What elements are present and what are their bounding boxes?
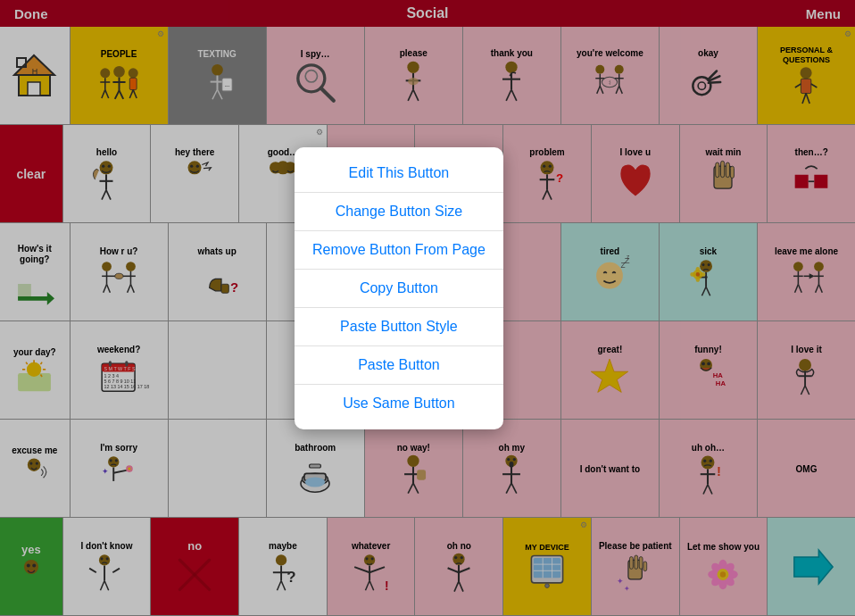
context-menu-item[interactable]: Edit This Button	[295, 154, 503, 193]
context-menu-item[interactable]: Use Same Button	[295, 385, 503, 422]
context-menu-item[interactable]: Paste Button	[295, 346, 503, 385]
context-menu: Edit This ButtonChange Button SizeRemove…	[295, 147, 503, 429]
context-menu-item[interactable]: Remove Button From Page	[295, 231, 503, 270]
context-menu-item[interactable]: Change Button Size	[295, 193, 503, 231]
context-menu-item[interactable]: Paste Button Style	[295, 308, 503, 346]
overlay[interactable]: Edit This ButtonChange Button SizeRemove…	[0, 0, 855, 616]
context-menu-item[interactable]: Copy Button	[295, 270, 503, 308]
